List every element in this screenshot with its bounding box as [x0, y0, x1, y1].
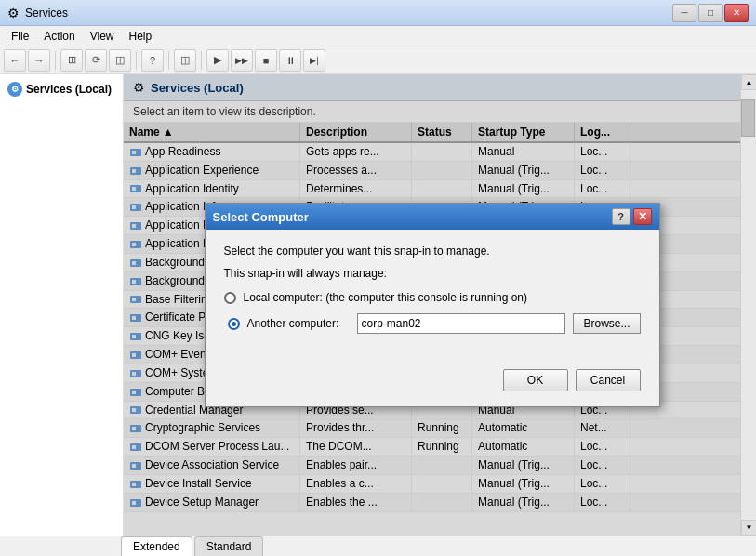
toolbar-sep-4: [201, 51, 202, 70]
window-scrollbar[interactable]: ▲ ▼: [740, 74, 756, 536]
minimize-button[interactable]: ─: [672, 4, 696, 22]
ok-button[interactable]: OK: [503, 369, 568, 391]
toolbar-back-btn[interactable]: ←: [4, 49, 26, 72]
toolbar-sep-3: [168, 51, 169, 70]
main-area: ⚙ Services (Local) ⚙ Services (Local) Se…: [0, 74, 756, 536]
menu-action[interactable]: Action: [36, 28, 82, 45]
computer-name-input[interactable]: [357, 313, 566, 334]
menu-file[interactable]: File: [4, 28, 36, 45]
title-bar-buttons: ─ □ ✕: [672, 4, 749, 22]
title-bar: ⚙ Services ─ □ ✕: [0, 0, 756, 26]
left-panel-label: Services (Local): [26, 83, 112, 96]
dialog-close-button[interactable]: ✕: [633, 208, 652, 225]
title-bar-left: ⚙ Services: [7, 6, 68, 20]
menu-bar: File Action View Help: [0, 26, 756, 46]
app-icon: ⚙: [7, 6, 20, 20]
local-computer-label: Local computer: (the computer this conso…: [244, 291, 528, 304]
toolbar-play2-btn[interactable]: ▶▶: [231, 49, 253, 72]
scroll-down-arrow[interactable]: ▼: [741, 520, 756, 536]
scroll-up-arrow[interactable]: ▲: [741, 74, 756, 90]
dialog-title-bar: Select Computer ? ✕: [206, 204, 659, 230]
toolbar-sep-1: [55, 51, 56, 70]
panel-icon: ⚙: [7, 82, 22, 97]
another-computer-label: Another computer:: [247, 317, 350, 330]
toolbar-help-btn[interactable]: ?: [141, 49, 164, 72]
another-computer-radio[interactable]: [228, 318, 240, 330]
dialog-subtext: This snap-in will always manage:: [224, 267, 641, 280]
toolbar: ← → ⊞ ⟳ ◫ ? ◫ ▶ ▶▶ ■ ⏸ ▶|: [0, 46, 756, 74]
toolbar-stop-btn[interactable]: ■: [255, 49, 277, 72]
tab-standard[interactable]: Standard: [194, 536, 264, 556]
modal-overlay: Select Computer ? ✕ Select the computer …: [124, 74, 740, 536]
dialog-title: Select Computer: [213, 210, 309, 224]
left-panel-title: ⚙ Services (Local): [7, 82, 115, 97]
radio-dot: [232, 322, 236, 326]
scroll-thumb[interactable]: [741, 99, 755, 137]
menu-help[interactable]: Help: [122, 28, 160, 45]
another-computer-row: Another computer: Browse...: [224, 313, 641, 334]
dialog-instruction: Select the computer you want this snap-i…: [224, 245, 641, 258]
maximize-button[interactable]: □: [698, 4, 723, 22]
browse-button[interactable]: Browse...: [573, 313, 640, 334]
tab-extended[interactable]: Extended: [121, 536, 192, 556]
toolbar-view-btn[interactable]: ⊞: [60, 49, 83, 72]
tab-bar: Extended Standard: [0, 536, 756, 556]
dialog-help-button[interactable]: ?: [612, 208, 630, 225]
dialog-body: Select the computer you want this snap-i…: [206, 230, 659, 360]
select-computer-dialog: Select Computer ? ✕ Select the computer …: [205, 203, 660, 407]
toolbar-sep-2: [136, 51, 137, 70]
window-title: Services: [25, 7, 68, 20]
close-button[interactable]: ✕: [724, 4, 749, 22]
toolbar-properties-btn[interactable]: ◫: [174, 49, 196, 72]
dialog-title-buttons: ? ✕: [612, 208, 652, 225]
cancel-button[interactable]: Cancel: [576, 369, 641, 391]
menu-view[interactable]: View: [83, 28, 122, 45]
toolbar-pause-btn[interactable]: ⏸: [279, 49, 301, 72]
left-panel: ⚙ Services (Local): [0, 74, 124, 536]
toolbar-restart-btn[interactable]: ▶|: [303, 49, 325, 72]
toolbar-refresh-btn[interactable]: ⟳: [85, 49, 107, 72]
right-content: ⚙ Services (Local) Select an item to vie…: [124, 74, 740, 536]
scroll-track[interactable]: [741, 90, 756, 520]
toolbar-export-btn[interactable]: ◫: [109, 49, 131, 72]
local-computer-option[interactable]: Local computer: (the computer this conso…: [224, 291, 641, 304]
local-computer-radio[interactable]: [224, 292, 236, 304]
toolbar-play-btn[interactable]: ▶: [206, 49, 229, 72]
toolbar-forward-btn[interactable]: →: [28, 49, 50, 72]
dialog-footer: OK Cancel: [206, 360, 659, 406]
